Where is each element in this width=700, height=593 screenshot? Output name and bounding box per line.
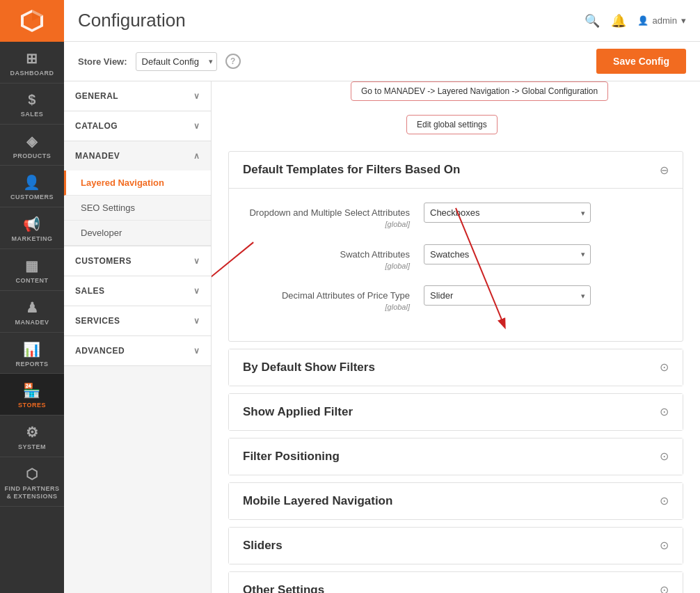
section-title-sliders: Sliders: [243, 539, 283, 553]
sidebar-item-products[interactable]: ◈PRODUCTS: [0, 125, 64, 166]
section-title-show-applied-filter: Show Applied Filter: [243, 405, 353, 419]
notifications-icon[interactable]: 🔔: [611, 13, 626, 29]
field-select-wrapper-swatch: SwatchesLinksCheckboxes: [424, 244, 591, 264]
sidebar-label-sales: SALES: [21, 111, 44, 118]
nav-section-chevron-customers: ∨: [193, 256, 200, 266]
tooltip1-text: Go to MANADEV -> Layered Navigation -> G…: [361, 86, 598, 96]
field-label-dropdown: Dropdown and Multiple Select Attributes[…: [243, 203, 424, 230]
store-view-select[interactable]: Default Config: [136, 52, 217, 71]
tooltip-box-1: Go to MANADEV -> Layered Navigation -> G…: [351, 81, 608, 101]
field-label-decimal: Decimal Attributes of Price Type[global]: [243, 285, 424, 313]
body-layout: GENERAL∨CATALOG∨MANADEV∧Layered Navigati…: [64, 81, 700, 593]
field-control-decimal: SliderFrom-ToDropdowns: [424, 285, 669, 306]
section-block-show-applied-filter: Show Applied Filter⊙: [228, 393, 683, 431]
nav-section-label-sales: SALES: [75, 286, 105, 296]
main-area: Configuration 🔍 🔔 👤 admin ▾ Store View: …: [64, 0, 700, 593]
search-icon[interactable]: 🔍: [584, 13, 600, 29]
field-select-dropdown[interactable]: CheckboxesLinksDropdowns: [424, 203, 591, 223]
nav-section-label-catalog: CATALOG: [75, 121, 118, 131]
nav-section-header-services[interactable]: SERVICES∨: [64, 306, 211, 335]
global-badge-swatch: [global]: [243, 261, 410, 271]
left-nav: GENERAL∨CATALOG∨MANADEV∧Layered Navigati…: [64, 81, 212, 593]
manadev-icon: ♟: [26, 299, 39, 316]
section-header-other-settings[interactable]: Other Settings⊙: [229, 572, 683, 593]
tooltip2-text: Edit global settings: [417, 120, 487, 129]
nav-section-label-advanced: ADVANCED: [75, 346, 125, 356]
nav-section-header-advanced[interactable]: ADVANCED∨: [64, 336, 211, 365]
sidebar-item-stores[interactable]: 🏪STORES: [0, 374, 64, 416]
global-badge-dropdown: [global]: [243, 219, 410, 230]
nav-section-header-manadev[interactable]: MANADEV∧: [64, 141, 211, 171]
products-icon: ◈: [26, 133, 38, 150]
nav-section-advanced: ADVANCED∨: [64, 336, 211, 366]
header-actions: 🔍 🔔 👤 admin ▾: [584, 13, 686, 29]
field-control-dropdown: CheckboxesLinksDropdowns: [424, 203, 669, 223]
sidebar-label-content: CONTENT: [16, 277, 49, 285]
nav-section-chevron-general: ∨: [193, 91, 200, 101]
nav-section-services: SERVICES∨: [64, 306, 211, 336]
sidebar-label-products: PRODUCTS: [13, 152, 51, 160]
sidebar: ⊞DASHBOARD$SALES◈PRODUCTS👤CUSTOMERS📢MARK…: [0, 0, 64, 593]
save-config-button[interactable]: Save Config: [596, 49, 686, 74]
sidebar-item-findpartners[interactable]: ⬡FIND PARTNERS & EXTENSIONS: [0, 457, 64, 507]
templates-section: Default Templates for Filters Based On ⊖…: [228, 151, 683, 342]
sidebar-item-manadev[interactable]: ♟MANADEV: [0, 291, 64, 333]
sidebar-item-system[interactable]: ⚙SYSTEM: [0, 416, 64, 457]
reports-icon: 📊: [23, 341, 41, 358]
admin-user-menu[interactable]: 👤 admin ▾: [637, 15, 686, 26]
nav-section-chevron-advanced: ∨: [193, 346, 200, 356]
tooltip-box-2: Edit global settings: [406, 115, 498, 134]
customers-icon: 👤: [23, 174, 41, 191]
nav-section-header-catalog[interactable]: CATALOG∨: [64, 111, 211, 141]
findpartners-icon: ⬡: [26, 466, 38, 482]
nav-section-chevron-catalog: ∨: [193, 121, 200, 131]
nav-section-chevron-manadev: ∧: [193, 151, 200, 161]
nav-section-label-manadev: MANADEV: [75, 151, 120, 161]
admin-user-label: admin: [653, 15, 677, 26]
section-icon-sliders: ⊙: [660, 539, 669, 552]
admin-user-icon: 👤: [637, 15, 649, 26]
section-block-mobile-layered-nav: Mobile Layered Navigation⊙: [228, 482, 683, 520]
templates-header[interactable]: Default Templates for Filters Based On ⊖: [229, 152, 683, 189]
sidebar-label-manadev: MANADEV: [15, 319, 49, 326]
sidebar-item-customers[interactable]: 👤CUSTOMERS: [0, 166, 64, 207]
nav-section-label-services: SERVICES: [75, 316, 120, 326]
help-icon[interactable]: ?: [225, 54, 241, 69]
nav-sub-item-layered-navigation[interactable]: Layered Navigation: [64, 171, 211, 196]
section-block-sliders: Sliders⊙: [228, 527, 683, 564]
sidebar-item-dashboard[interactable]: ⊞DASHBOARD: [0, 42, 64, 84]
section-header-mobile-layered-nav[interactable]: Mobile Layered Navigation⊙: [229, 483, 683, 519]
logo[interactable]: [0, 0, 64, 42]
top-header: Configuration 🔍 🔔 👤 admin ▾: [64, 0, 700, 42]
global-badge-decimal: [global]: [243, 302, 410, 313]
sidebar-label-system: SYSTEM: [18, 443, 46, 451]
nav-section-header-sales[interactable]: SALES∨: [64, 276, 211, 306]
content-icon: ▦: [25, 258, 39, 274]
content-area: Go to MANADEV -> Layered Navigation -> G…: [212, 81, 700, 593]
sidebar-label-stores: STORES: [18, 402, 46, 409]
sidebar-item-sales[interactable]: $SALES: [0, 84, 64, 125]
section-icon-show-applied-filter: ⊙: [660, 405, 669, 418]
nav-section-header-customers[interactable]: CUSTOMERS∨: [64, 246, 211, 276]
nav-sub-item-developer[interactable]: Developer: [64, 221, 211, 246]
page-title: Configuration: [78, 10, 186, 31]
section-header-sliders[interactable]: Sliders⊙: [229, 528, 683, 564]
nav-section-header-general[interactable]: GENERAL∨: [64, 81, 211, 111]
section-header-show-filters[interactable]: By Default Show Filters⊙: [229, 349, 683, 386]
sidebar-label-dashboard: DASHBOARD: [10, 70, 54, 77]
field-select-wrapper-dropdown: CheckboxesLinksDropdowns: [424, 203, 591, 223]
sidebar-item-reports[interactable]: 📊REPORTS: [0, 333, 64, 374]
nav-sub-item-seo-settings[interactable]: SEO Settings: [64, 196, 211, 221]
field-select-decimal[interactable]: SliderFrom-ToDropdowns: [424, 285, 591, 306]
nav-section-label-customers: CUSTOMERS: [75, 256, 132, 266]
nav-section-catalog: CATALOG∨: [64, 111, 211, 141]
section-header-filter-positioning[interactable]: Filter Positioning⊙: [229, 438, 683, 475]
sidebar-item-marketing[interactable]: 📢MARKETING: [0, 207, 64, 249]
admin-user-chevron: ▾: [681, 15, 686, 26]
sidebar-item-content[interactable]: ▦CONTENT: [0, 249, 64, 291]
stores-icon: 🏪: [23, 382, 41, 399]
section-header-show-applied-filter[interactable]: Show Applied Filter⊙: [229, 394, 683, 430]
field-select-swatch[interactable]: SwatchesLinksCheckboxes: [424, 244, 591, 264]
nav-section-chevron-sales: ∨: [193, 286, 200, 296]
section-title-other-settings: Other Settings: [243, 583, 324, 593]
